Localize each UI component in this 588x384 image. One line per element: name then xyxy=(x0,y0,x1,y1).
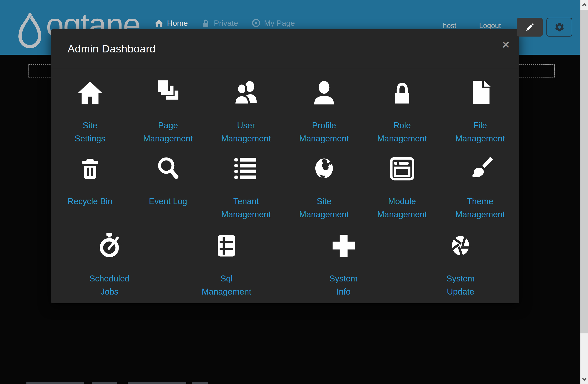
window-icon xyxy=(389,156,415,181)
tile-site-management[interactable]: Site Management xyxy=(285,154,363,221)
tile-label: Recycle Bin xyxy=(67,195,112,208)
tile-label: Management xyxy=(143,132,193,145)
edit-pencil-icon xyxy=(525,22,535,32)
tile-label: Site xyxy=(317,195,332,208)
tile-label: Management xyxy=(299,208,349,221)
tile-label: Management xyxy=(377,132,427,145)
admin-dashboard-modal: Admin Dashboard ✕ Site Settings Page Man… xyxy=(51,29,519,303)
tile-label: Management xyxy=(221,208,271,221)
nav-item-my-page[interactable]: My Page xyxy=(252,18,295,28)
tile-label: Settings xyxy=(75,132,105,145)
tile-label: System xyxy=(446,272,475,285)
tiles-row-2: Recycle Bin Event Log Tenant Management xyxy=(51,154,519,221)
file-icon xyxy=(467,79,493,106)
close-icon[interactable]: ✕ xyxy=(502,40,510,50)
tile-system-info[interactable]: System Info xyxy=(285,231,402,298)
tile-label: Management xyxy=(221,132,271,145)
nav-label-my-page: My Page xyxy=(264,19,295,28)
tile-label: Management xyxy=(299,132,349,145)
tile-event-log[interactable]: Event Log xyxy=(129,154,207,221)
nav-label-home: Home xyxy=(167,19,188,28)
tile-label: Scheduled xyxy=(89,272,129,285)
user-menu[interactable]: host xyxy=(443,22,456,30)
scroll-up-button[interactable] xyxy=(580,0,588,10)
main-nav: Home Private My Page xyxy=(154,18,295,28)
pages-icon xyxy=(155,80,181,106)
tile-label: Management xyxy=(202,285,251,298)
target-icon xyxy=(252,18,261,28)
tile-site-settings[interactable]: Site Settings xyxy=(51,78,129,145)
person-icon xyxy=(311,80,337,106)
tile-user-management[interactable]: User Management xyxy=(207,78,285,145)
tile-theme-management[interactable]: Theme Management xyxy=(441,154,519,221)
tiles-row-3: Scheduled Jobs Sql Management System Inf… xyxy=(51,231,519,298)
settings-button[interactable] xyxy=(546,18,572,37)
search-icon xyxy=(155,156,181,181)
tile-label: Management xyxy=(455,208,505,221)
table-icon xyxy=(214,233,239,259)
tile-label: System xyxy=(329,272,358,285)
scroll-down-button[interactable] xyxy=(580,374,588,384)
water-drop-icon xyxy=(16,11,44,52)
tile-label: Info xyxy=(336,285,351,298)
lock-icon xyxy=(201,18,210,28)
nav-item-private[interactable]: Private xyxy=(201,18,238,28)
tile-profile-management[interactable]: Profile Management xyxy=(285,78,363,145)
aperture-icon xyxy=(448,232,473,259)
nav-label-private: Private xyxy=(214,19,238,28)
tile-label: User xyxy=(237,119,255,132)
logout-link[interactable]: Logout xyxy=(479,22,501,30)
users-icon xyxy=(232,80,260,106)
nav-item-home[interactable]: Home xyxy=(154,18,188,28)
edit-mode-button[interactable] xyxy=(517,18,543,37)
tile-label: Profile xyxy=(312,119,336,132)
tile-label: Theme xyxy=(467,195,493,208)
tile-recycle-bin[interactable]: Recycle Bin xyxy=(51,154,129,221)
tile-page-management[interactable]: Page Management xyxy=(129,78,207,145)
chevron-down-icon xyxy=(581,377,587,382)
cross-icon xyxy=(331,233,356,259)
home-icon xyxy=(77,80,104,106)
tile-sql-management[interactable]: Sql Management xyxy=(168,231,285,298)
globe-icon xyxy=(312,155,336,181)
list-icon xyxy=(233,156,259,181)
home-icon xyxy=(154,18,164,28)
modal-title: Admin Dashboard xyxy=(67,42,156,55)
modal-header: Admin Dashboard ✕ xyxy=(51,29,519,68)
chevron-up-icon xyxy=(581,2,587,7)
tile-label: Sql xyxy=(220,272,233,285)
clipped-content-below-fold xyxy=(0,382,580,384)
tile-label: Module xyxy=(388,195,416,208)
padlock-icon xyxy=(390,80,415,106)
tile-label: Jobs xyxy=(101,285,119,298)
tile-module-management[interactable]: Module Management xyxy=(363,154,441,221)
vertical-scrollbar xyxy=(580,0,588,384)
tile-label: Event Log xyxy=(149,195,187,208)
tile-file-management[interactable]: File Management xyxy=(441,78,519,145)
tile-label: Management xyxy=(377,208,427,221)
tile-label: Role xyxy=(393,119,411,132)
admin-tiles-grid: Site Settings Page Management xyxy=(51,68,519,303)
tile-label: Page xyxy=(158,119,178,132)
tile-label: File xyxy=(473,119,487,132)
brush-icon xyxy=(467,156,493,181)
gear-icon xyxy=(554,22,565,32)
tile-label: Tenant xyxy=(233,195,259,208)
stopwatch-icon xyxy=(97,232,122,259)
tile-label: Update xyxy=(447,285,474,298)
trash-icon xyxy=(78,156,103,181)
tile-system-update[interactable]: System Update xyxy=(402,231,519,298)
tiles-row-1: Site Settings Page Management xyxy=(51,78,519,145)
tile-label: Site xyxy=(83,119,97,132)
tile-label: Management xyxy=(455,132,505,145)
tile-scheduled-jobs[interactable]: Scheduled Jobs xyxy=(51,231,168,298)
scrollbar-thumb[interactable] xyxy=(580,10,588,333)
tile-tenant-management[interactable]: Tenant Management xyxy=(207,154,285,221)
tile-role-management[interactable]: Role Management xyxy=(363,78,441,145)
